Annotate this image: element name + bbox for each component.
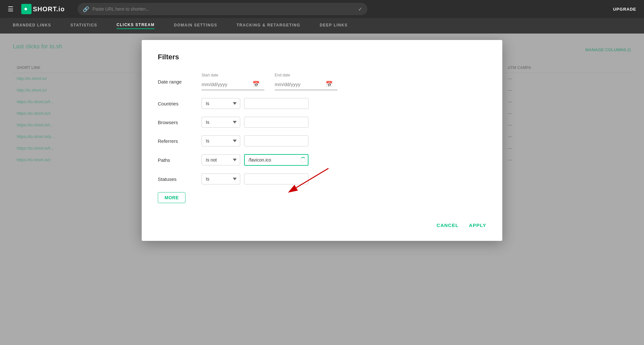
referrers-controls: Is Is not	[202, 135, 308, 146]
statuses-row: Statuses Is Is not	[158, 173, 486, 184]
countries-row: Countries Is Is not	[158, 98, 486, 109]
calendar-icon[interactable]: 📅	[252, 81, 260, 88]
countries-select[interactable]: Is Is not	[202, 98, 240, 109]
end-date-input[interactable]	[275, 82, 323, 87]
navbar: BRANDED LINKS STATISTICS CLICKS STREAM D…	[0, 18, 644, 34]
browsers-label: Browsers	[158, 120, 196, 125]
logo-text: SHORT.io	[33, 5, 65, 13]
date-range-row: Date range Start date 📅 End date 📅	[158, 73, 486, 90]
logo: SHORT.io	[21, 4, 65, 14]
calendar-icon-end[interactable]: 📅	[326, 81, 333, 88]
nav-tracking[interactable]: TRACKING & RETARGETING	[237, 23, 300, 29]
start-date-group: Start date 📅	[202, 73, 264, 90]
nav-statistics[interactable]: STATISTICS	[71, 23, 97, 29]
referrers-select[interactable]: Is Is not	[202, 135, 240, 146]
modal-title: Filters	[158, 53, 486, 61]
browsers-input[interactable]	[244, 117, 308, 128]
nav-deep-links[interactable]: DEEP LINKS	[320, 23, 348, 29]
more-button[interactable]: MORE	[158, 192, 185, 203]
paths-select[interactable]: Is Is not	[202, 154, 240, 165]
browsers-controls: Is Is not	[202, 117, 308, 128]
check-icon: ✓	[358, 6, 362, 12]
more-button-container: MORE	[158, 192, 486, 203]
apply-button[interactable]: APPLY	[469, 222, 486, 228]
end-date-group: End date 📅	[275, 73, 337, 90]
url-bar[interactable]: 🔗 Paste URL here to shorten... ✓	[78, 3, 367, 15]
referrers-row: Referrers Is Is not	[158, 135, 486, 146]
countries-controls: Is Is not	[202, 98, 308, 109]
logo-icon	[21, 4, 32, 14]
referrers-label: Referrers	[158, 138, 196, 144]
end-date-wrap: 📅	[275, 79, 337, 90]
topbar: ☰ SHORT.io 🔗 Paste URL here to shorten..…	[0, 0, 644, 18]
date-range-label: Date range	[158, 79, 196, 84]
countries-input[interactable]	[244, 98, 308, 109]
paths-input[interactable]	[244, 154, 308, 166]
statuses-controls: Is Is not	[202, 173, 308, 184]
link-icon: 🔗	[83, 6, 89, 12]
cancel-button[interactable]: CANCEL	[437, 222, 459, 228]
browsers-select[interactable]: Is Is not	[202, 117, 240, 128]
end-date-label: End date	[275, 73, 337, 77]
start-date-input[interactable]	[202, 82, 250, 87]
nav-clicks-stream[interactable]: CLICKS STREAM	[117, 23, 155, 29]
statuses-select[interactable]: Is Is not	[202, 173, 240, 184]
menu-icon[interactable]: ☰	[8, 5, 14, 13]
paths-row: Paths Is Is not	[158, 154, 486, 166]
paths-controls: Is Is not	[202, 154, 308, 166]
start-date-label: Start date	[202, 73, 264, 77]
filters-modal: Filters Date range Start date 📅 End date	[142, 40, 502, 241]
url-placeholder: Paste URL here to shorten...	[92, 6, 355, 12]
nav-branded-links[interactable]: BRANDED LINKS	[13, 23, 51, 29]
start-date-wrap: 📅	[202, 79, 264, 90]
statuses-input[interactable]	[244, 173, 308, 184]
modal-overlay: Filters Date range Start date 📅 End date	[0, 34, 644, 345]
browsers-row: Browsers Is Is not	[158, 117, 486, 128]
main-content: Last clicks for to.sh MANAGE COLUMNS (1 …	[0, 34, 644, 345]
modal-footer: CANCEL APPLY	[158, 216, 486, 228]
statuses-label: Statuses	[158, 176, 196, 182]
countries-label: Countries	[158, 101, 196, 106]
date-inputs: Start date 📅 End date 📅	[202, 73, 337, 90]
loading-spinner	[300, 157, 306, 163]
nav-domain-settings[interactable]: DOMAIN SETTINGS	[174, 23, 217, 29]
paths-label: Paths	[158, 157, 196, 163]
referrers-input[interactable]	[244, 135, 308, 146]
paths-input-wrapper	[244, 154, 308, 166]
upgrade-button[interactable]: UPGRADE	[613, 7, 636, 12]
